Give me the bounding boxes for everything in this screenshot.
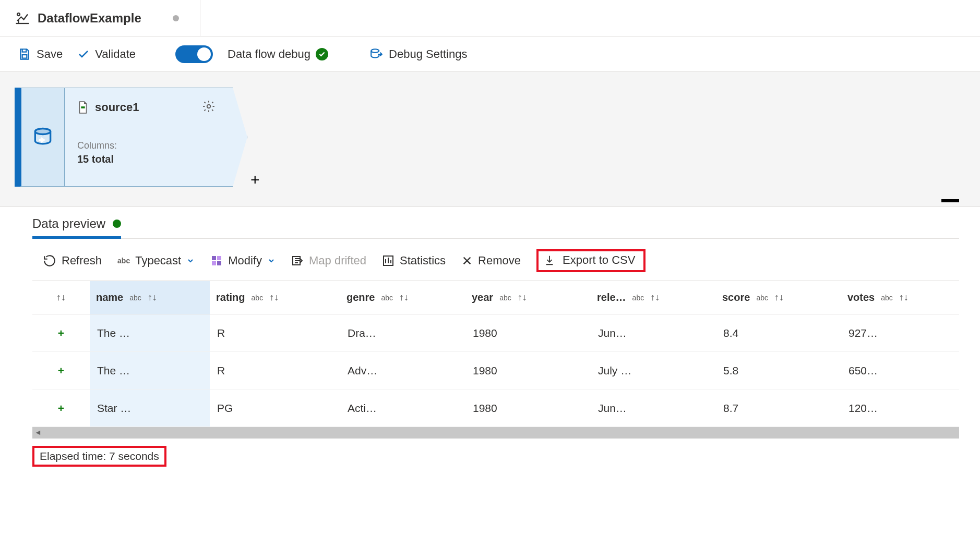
- debug-ok-icon: [316, 48, 328, 60]
- type-icon: abc: [881, 294, 893, 302]
- node-columns-value: 15 total: [77, 153, 234, 165]
- debug-settings-label: Debug Settings: [389, 47, 467, 61]
- validate-button[interactable]: Validate: [77, 47, 136, 61]
- bottom-panel: Data preview Refresh abc Typecast: [0, 207, 980, 472]
- debug-toggle[interactable]: [175, 45, 213, 63]
- add-step-button[interactable]: +: [250, 171, 260, 189]
- type-icon: abc: [756, 294, 768, 302]
- cell-rele: Jun…: [591, 327, 716, 339]
- svg-point-5: [207, 105, 211, 108]
- modify-label: Modify: [228, 254, 262, 267]
- cell-rating: R: [210, 327, 340, 339]
- expand-col-header[interactable]: ↑↓: [32, 292, 90, 303]
- type-icon: abc: [252, 294, 264, 302]
- sort-icon: ↑↓: [650, 292, 660, 303]
- type-icon: abc: [129, 294, 141, 302]
- sort-icon: ↑↓: [148, 292, 157, 303]
- map-drifted-button: Map drifted: [291, 254, 366, 267]
- statistics-button[interactable]: Statistics: [382, 254, 446, 267]
- dataflow-icon: [15, 10, 30, 26]
- svg-rect-4: [81, 106, 85, 108]
- table-row[interactable]: +Star …PGActi…1980Jun…8.7120…: [32, 389, 959, 427]
- debug-settings-button[interactable]: Debug Settings: [370, 47, 467, 61]
- close-icon: [461, 255, 473, 266]
- refresh-button[interactable]: Refresh: [43, 254, 102, 267]
- download-icon: [544, 254, 555, 266]
- grid-header-row: ↑↓ nameabc↑↓ratingabc↑↓genreabc↑↓yearabc…: [32, 281, 959, 314]
- col-header-score[interactable]: scoreabc↑↓: [716, 291, 841, 303]
- cell-votes: 927…: [841, 327, 966, 339]
- table-row[interactable]: +The …RAdv…1980July …5.8650…: [32, 352, 959, 389]
- cell-rating: R: [210, 364, 340, 377]
- cell-genre: Acti…: [340, 402, 465, 415]
- cell-votes: 650…: [841, 364, 966, 377]
- sort-icon: ↑↓: [774, 292, 784, 303]
- expand-row-button[interactable]: +: [32, 364, 90, 377]
- save-button[interactable]: Save: [18, 47, 63, 61]
- col-header-rating[interactable]: ratingabc↑↓: [210, 291, 340, 303]
- gear-icon[interactable]: [202, 100, 216, 113]
- cell-score: 8.7: [716, 402, 841, 415]
- type-icon: abc: [499, 294, 511, 302]
- type-icon: abc: [632, 294, 644, 302]
- remove-label: Remove: [478, 254, 521, 267]
- cell-year: 1980: [465, 402, 591, 415]
- modify-button[interactable]: Modify: [210, 254, 276, 267]
- statistics-label: Statistics: [400, 254, 446, 267]
- cell-votes: 120…: [841, 402, 966, 415]
- node-title: source1: [95, 101, 139, 114]
- validate-label: Validate: [95, 47, 136, 61]
- svg-rect-8: [212, 261, 216, 265]
- typecast-button[interactable]: abc Typecast: [117, 254, 195, 267]
- svg-rect-1: [22, 55, 27, 58]
- tab-label: Data preview: [32, 216, 105, 231]
- chevron-down-icon: [186, 257, 195, 265]
- refresh-icon: [43, 254, 56, 267]
- dataflow-canvas[interactable]: source1 Columns: 15 total +: [0, 72, 980, 207]
- node-icon: [20, 88, 65, 187]
- check-icon: [77, 48, 90, 60]
- col-header-genre[interactable]: genreabc↑↓: [340, 291, 465, 303]
- col-label: year: [472, 291, 493, 303]
- page-title: DataflowExample: [38, 11, 141, 26]
- expand-row-button[interactable]: +: [32, 327, 90, 339]
- modify-icon: [210, 254, 223, 267]
- preview-toolbar: Refresh abc Typecast Modify: [32, 239, 959, 281]
- sort-icon: ↑↓: [518, 292, 527, 303]
- scroll-left-icon: ◄: [34, 428, 42, 436]
- export-csv-label: Export to CSV: [563, 253, 635, 267]
- col-header-year[interactable]: yearabc↑↓: [465, 291, 591, 303]
- svg-point-0: [17, 13, 20, 16]
- cell-rele: July …: [591, 364, 716, 377]
- data-grid: ↑↓ nameabc↑↓ratingabc↑↓genreabc↑↓yearabc…: [32, 281, 959, 427]
- node-select-bar: [15, 88, 20, 187]
- export-csv-button[interactable]: Export to CSV: [536, 249, 646, 272]
- col-header-votes[interactable]: votesabc↑↓: [841, 291, 966, 303]
- sort-icon: ↑↓: [269, 292, 279, 303]
- sort-icon: ↑↓: [56, 292, 66, 303]
- tab-data-preview[interactable]: Data preview: [32, 216, 121, 239]
- source-node[interactable]: source1 Columns: 15 total +: [15, 88, 965, 187]
- chevron-down-icon: [267, 257, 276, 265]
- col-label: rating: [216, 291, 245, 303]
- svg-point-3: [35, 129, 50, 135]
- title-bar: DataflowExample: [0, 0, 980, 36]
- horizontal-scrollbar[interactable]: ◄: [32, 427, 959, 439]
- csv-file-icon: [77, 101, 89, 114]
- col-label: name: [96, 291, 123, 303]
- map-drifted-icon: [291, 254, 304, 267]
- col-header-rele[interactable]: rele…abc↑↓: [591, 291, 716, 303]
- table-row[interactable]: +The …RDra…1980Jun…8.4927…: [32, 314, 959, 352]
- panel-resize-handle[interactable]: [941, 199, 959, 202]
- cell-score: 8.4: [716, 327, 841, 339]
- expand-row-button[interactable]: +: [32, 402, 90, 415]
- cell-year: 1980: [465, 327, 591, 339]
- debug-settings-icon: [370, 47, 384, 61]
- abc-icon: abc: [117, 257, 130, 265]
- cell-name: The …: [90, 314, 210, 351]
- titlebar-spacer: [200, 0, 965, 36]
- col-header-name[interactable]: nameabc↑↓: [90, 281, 210, 314]
- remove-button[interactable]: Remove: [461, 254, 521, 267]
- elapsed-time: Elapsed time: 7 seconds: [32, 446, 166, 467]
- col-label: score: [722, 291, 750, 303]
